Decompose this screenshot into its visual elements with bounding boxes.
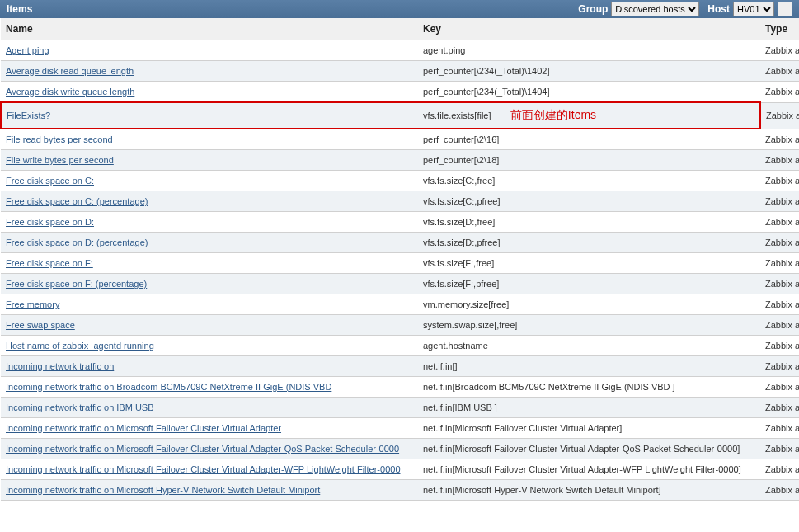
- items-header-bar: Items Group Discovered hosts Host HV01: [0, 0, 799, 18]
- item-link[interactable]: Incoming network traffic on Microsoft Fa…: [6, 444, 399, 454]
- cell-key: vfs.fs.size[D:,free]: [418, 212, 760, 233]
- item-link[interactable]: File read bytes per second: [6, 134, 113, 144]
- item-key-text: system.swap.size[,free]: [423, 320, 517, 330]
- item-key-text: net.if.in[]: [423, 361, 458, 371]
- cell-type: Zabbix agent: [760, 191, 799, 212]
- item-link[interactable]: Agent ping: [6, 45, 49, 55]
- cell-key: vfs.fs.size[F:,free]: [418, 253, 760, 274]
- item-link[interactable]: Free disk space on D:: [6, 217, 94, 227]
- cell-key: net.if.in[Microsoft Hyper-V Network Swit…: [418, 480, 760, 501]
- item-key-text: perf_counter[\2\16]: [423, 134, 499, 144]
- item-link[interactable]: FileExists?: [7, 111, 50, 120]
- item-key-text: vfs.fs.size[C:,free]: [423, 176, 495, 186]
- cell-key: agent.hostname: [418, 336, 760, 356]
- item-link[interactable]: Incoming network traffic on: [6, 361, 114, 371]
- table-row: Incoming network traffic onnet.if.in[]Za…: [1, 356, 799, 377]
- cell-type: Zabbix agent: [760, 61, 799, 82]
- item-key-text: perf_counter[\234(_Total)\1402]: [423, 66, 550, 76]
- item-link[interactable]: Incoming network traffic on Microsoft Fa…: [6, 464, 401, 474]
- item-key-text: vfs.fs.size[D:,free]: [423, 217, 495, 227]
- table-row: Incoming network traffic on Microsoft Fa…: [1, 418, 799, 439]
- cell-key: net.if.in[Microsoft Failover Cluster Vir…: [418, 459, 760, 480]
- item-link[interactable]: Free disk space on F: (percentage): [6, 279, 147, 289]
- header-action-button[interactable]: [778, 2, 792, 16]
- cell-key: vfs.file.exists[file] 前面创建的Items: [418, 102, 760, 129]
- host-select[interactable]: HV01: [733, 2, 774, 16]
- item-key-text: vfs.fs.size[C:,pfree]: [423, 196, 501, 206]
- item-link[interactable]: Incoming network traffic on Broadcom BCM…: [6, 382, 331, 392]
- cell-type: Zabbix agent: [760, 356, 799, 377]
- cell-type: Zabbix agent: [760, 150, 799, 171]
- cell-name: Average disk read queue length: [1, 61, 418, 82]
- item-key-text: net.if.in[Microsoft Failover Cluster Vir…: [423, 423, 622, 433]
- cell-key: net.if.in[Broadcom BCM5709C NetXtreme II…: [418, 377, 760, 398]
- cell-type: Zabbix agent: [760, 377, 799, 398]
- col-header-key[interactable]: Key: [418, 18, 760, 40]
- cell-type: Zabbix agent: [760, 418, 799, 439]
- cell-key: net.if.in[Microsoft Failover Cluster Vir…: [418, 418, 760, 439]
- cell-type: Zabbix agent: [760, 171, 799, 191]
- cell-name: Agent ping: [1, 40, 418, 61]
- cell-type: Zabbix agent: [760, 398, 799, 418]
- item-key-text: net.if.in[Broadcom BCM5709C NetXtreme II…: [423, 382, 675, 392]
- item-link[interactable]: Incoming network traffic on Microsoft Hy…: [6, 485, 320, 495]
- table-row: Incoming network traffic on Broadcom BCM…: [1, 377, 799, 398]
- cell-name: Free disk space on F: (percentage): [1, 274, 418, 294]
- cell-name: Free disk space on C: (percentage): [1, 191, 418, 212]
- item-key-text: net.if.in[IBM USB ]: [423, 403, 497, 412]
- host-label: Host: [707, 3, 730, 15]
- cell-type: Zabbix agent: [760, 315, 799, 336]
- item-link[interactable]: Free disk space on C:: [6, 176, 94, 186]
- item-key-text: agent.hostname: [423, 341, 488, 351]
- item-link[interactable]: Average disk write queue length: [6, 87, 134, 97]
- col-header-type[interactable]: Type: [760, 18, 799, 40]
- table-row: Free swap spacesystem.swap.size[,free]Za…: [1, 315, 799, 336]
- cell-type: Zabbix agent: [760, 82, 799, 103]
- item-link[interactable]: Average disk read queue length: [6, 66, 134, 76]
- cell-type: Zabbix agent: [760, 212, 799, 233]
- cell-key: perf_counter[\234(_Total)\1402]: [418, 61, 760, 82]
- item-link[interactable]: Free disk space on F:: [6, 258, 93, 268]
- cell-name: FileExists?: [1, 102, 418, 129]
- cell-key: vfs.fs.size[F:,pfree]: [418, 274, 760, 294]
- items-content-area: Name Key Type Agent pingagent.pingZabbix…: [0, 18, 799, 501]
- item-link[interactable]: Free swap space: [6, 320, 75, 330]
- cell-name: Incoming network traffic on IBM USB: [1, 398, 418, 418]
- cell-type: Zabbix agent: [760, 439, 799, 459]
- item-link[interactable]: File write bytes per second: [6, 155, 114, 165]
- cell-type: Zabbix agent: [760, 274, 799, 294]
- cell-name: Incoming network traffic on: [1, 356, 418, 377]
- item-key-text: net.if.in[Microsoft Failover Cluster Vir…: [423, 464, 741, 474]
- cell-name: Incoming network traffic on Microsoft Fa…: [1, 439, 418, 459]
- table-row: FileExists?vfs.file.exists[file] 前面创建的It…: [1, 102, 799, 129]
- cell-type: Zabbix agent: [760, 459, 799, 480]
- horizontal-scrollbar[interactable]: [0, 501, 799, 516]
- item-key-text: vfs.fs.size[D:,pfree]: [423, 238, 501, 247]
- cell-name: File write bytes per second: [1, 150, 418, 171]
- cell-key: system.swap.size[,free]: [418, 315, 760, 336]
- item-key-text: net.if.in[Microsoft Failover Cluster Vir…: [423, 444, 740, 454]
- cell-key: agent.ping: [418, 40, 760, 61]
- item-link[interactable]: Free disk space on D: (percentage): [6, 238, 148, 247]
- cell-name: Free memory: [1, 294, 418, 315]
- cell-name: Free disk space on D: (percentage): [1, 233, 418, 253]
- table-row: Free disk space on F: (percentage)vfs.fs…: [1, 274, 799, 294]
- item-link[interactable]: Host name of zabbix_agentd running: [6, 341, 154, 351]
- cell-name: Host name of zabbix_agentd running: [1, 336, 418, 356]
- table-row: Average disk write queue lengthperf_coun…: [1, 82, 799, 103]
- col-header-name[interactable]: Name: [1, 18, 418, 40]
- cell-name: Incoming network traffic on Microsoft Fa…: [1, 418, 418, 439]
- annotation-text: 前面创建的Items: [491, 108, 597, 121]
- table-row: Free disk space on D: (percentage)vfs.fs…: [1, 233, 799, 253]
- table-row: Host name of zabbix_agentd runningagent.…: [1, 336, 799, 356]
- item-link[interactable]: Incoming network traffic on IBM USB: [6, 403, 154, 412]
- group-select[interactable]: Discovered hosts: [611, 2, 699, 16]
- item-link[interactable]: Free memory: [6, 299, 59, 309]
- table-row: Free disk space on C:vfs.fs.size[C:,free…: [1, 171, 799, 191]
- cell-key: perf_counter[\2\18]: [418, 150, 760, 171]
- table-row: Incoming network traffic on Microsoft Fa…: [1, 459, 799, 480]
- table-row: Incoming network traffic on IBM USBnet.i…: [1, 398, 799, 418]
- item-link[interactable]: Incoming network traffic on Microsoft Fa…: [6, 423, 281, 433]
- cell-key: perf_counter[\2\16]: [418, 129, 760, 150]
- item-link[interactable]: Free disk space on C: (percentage): [6, 196, 148, 206]
